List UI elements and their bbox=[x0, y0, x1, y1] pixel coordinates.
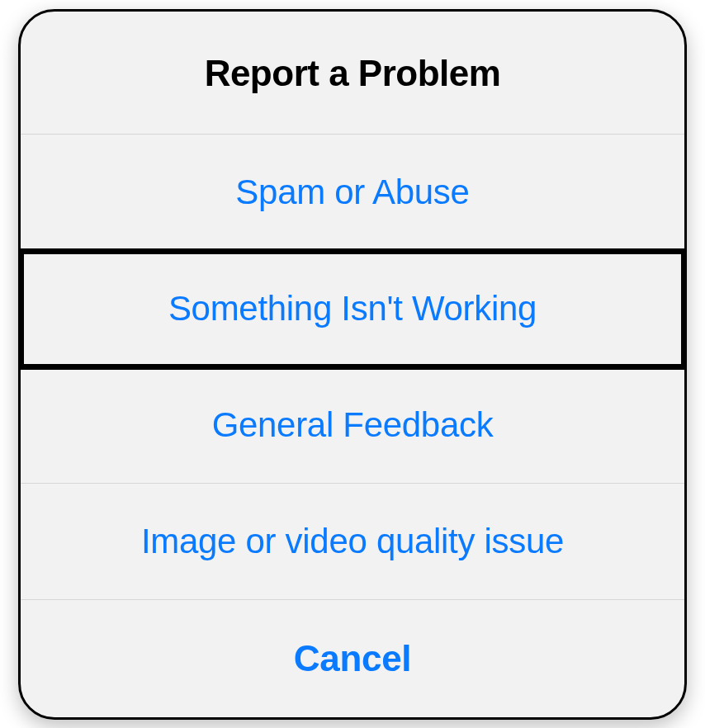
cancel-button[interactable]: Cancel bbox=[21, 600, 684, 717]
option-image-video-quality[interactable]: Image or video quality issue bbox=[21, 484, 684, 600]
dialog-title: Report a Problem bbox=[37, 53, 668, 94]
dialog-header: Report a Problem bbox=[21, 12, 684, 135]
option-spam-or-abuse[interactable]: Spam or Abuse bbox=[21, 135, 684, 251]
action-sheet: Report a Problem Spam or Abuse Something… bbox=[18, 9, 687, 720]
option-general-feedback[interactable]: General Feedback bbox=[21, 367, 684, 484]
option-something-isnt-working[interactable]: Something Isn't Working bbox=[21, 251, 684, 367]
